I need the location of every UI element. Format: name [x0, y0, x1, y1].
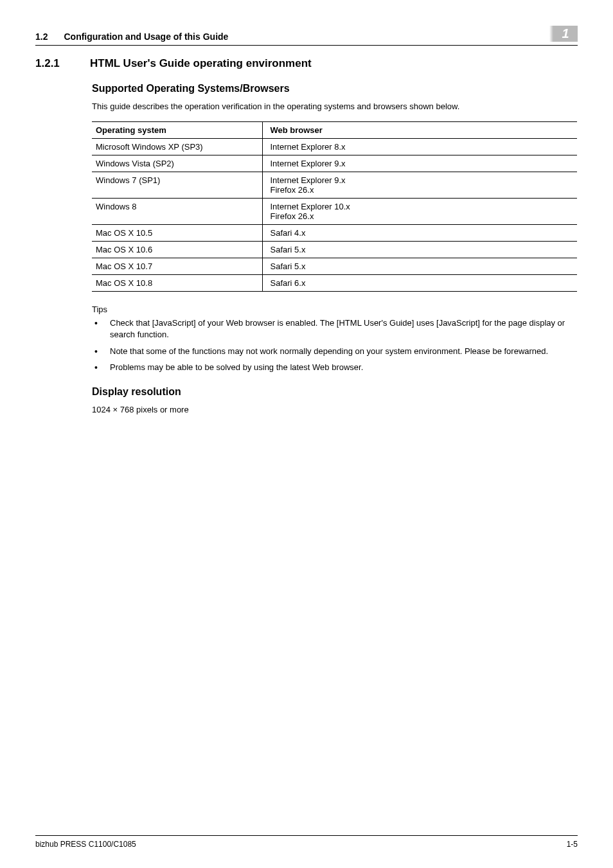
os-cell: Mac OS X 10.8	[92, 275, 262, 292]
tips-label: Tips	[92, 305, 578, 314]
intro-text: This guide describes the operation verif…	[92, 101, 578, 112]
table-row: Windows Vista (SP2) Internet Explorer 9.…	[92, 155, 577, 172]
os-cell: Windows Vista (SP2)	[92, 155, 262, 172]
browser-cell: Internet Explorer 9.x Firefox 26.x	[262, 172, 577, 199]
subheading-resolution: Display resolution	[92, 386, 578, 398]
table-row: Mac OS X 10.7 Safari 5.x	[92, 258, 577, 275]
chapter-number: 1	[562, 26, 569, 41]
browser-cell: Internet Explorer 8.x	[262, 139, 577, 155]
os-cell: Windows 7 (SP1)	[92, 172, 262, 199]
chapter-tab: 1	[553, 26, 578, 42]
browser-cell: Safari 5.x	[262, 258, 577, 275]
header-left: 1.2 Configuration and Usage of this Guid…	[35, 31, 228, 42]
table-row: Microsoft Windows XP (SP3) Internet Expl…	[92, 139, 577, 155]
os-cell: Mac OS X 10.6	[92, 242, 262, 258]
os-cell: Mac OS X 10.7	[92, 258, 262, 275]
table-row: Mac OS X 10.6 Safari 5.x	[92, 242, 577, 258]
section-heading: 1.2.1 HTML User's Guide operating enviro…	[35, 57, 578, 70]
page-header: 1.2 Configuration and Usage of this Guid…	[35, 26, 578, 46]
footer-right: 1-5	[567, 840, 578, 849]
table-header-os: Operating system	[92, 122, 262, 139]
os-cell: Windows 8	[92, 199, 262, 225]
table-row: Windows 8 Internet Explorer 10.x Firefox…	[92, 199, 577, 225]
resolution-text: 1024 × 768 pixels or more	[92, 404, 578, 416]
list-item: Note that some of the functions may not …	[92, 346, 578, 357]
table-header-row: Operating system Web browser	[92, 122, 577, 139]
os-cell: Microsoft Windows XP (SP3)	[92, 139, 262, 155]
browser-cell: Internet Explorer 9.x	[262, 155, 577, 172]
compat-table: Operating system Web browser Microsoft W…	[92, 121, 577, 292]
document-page: 1.2 Configuration and Usage of this Guid…	[0, 0, 613, 868]
list-item: Problems may be able to be solved by usi…	[92, 362, 578, 373]
browser-cell: Internet Explorer 10.x Firefox 26.x	[262, 199, 577, 225]
browser-cell: Safari 6.x	[262, 275, 577, 292]
browser-cell: Safari 5.x	[262, 242, 577, 258]
os-cell: Mac OS X 10.5	[92, 225, 262, 242]
browser-cell: Safari 4.x	[262, 225, 577, 242]
table-row: Windows 7 (SP1) Internet Explorer 9.x Fi…	[92, 172, 577, 199]
table-row: Mac OS X 10.8 Safari 6.x	[92, 275, 577, 292]
footer-left: bizhub PRESS C1100/C1085	[35, 840, 136, 849]
subheading-supported: Supported Operating Systems/Browsers	[92, 83, 578, 94]
section-title: HTML User's Guide operating environment	[90, 57, 312, 70]
page-footer: bizhub PRESS C1100/C1085 1-5	[35, 835, 578, 849]
table-header-browser: Web browser	[262, 122, 577, 139]
table-row: Mac OS X 10.5 Safari 4.x	[92, 225, 577, 242]
header-section-number: 1.2	[35, 31, 48, 42]
section-number: 1.2.1	[35, 57, 71, 70]
tips-list: Check that [JavaScript] of your Web brow…	[92, 317, 578, 373]
header-section-title: Configuration and Usage of this Guide	[64, 31, 228, 42]
list-item: Check that [JavaScript] of your Web brow…	[92, 317, 578, 341]
